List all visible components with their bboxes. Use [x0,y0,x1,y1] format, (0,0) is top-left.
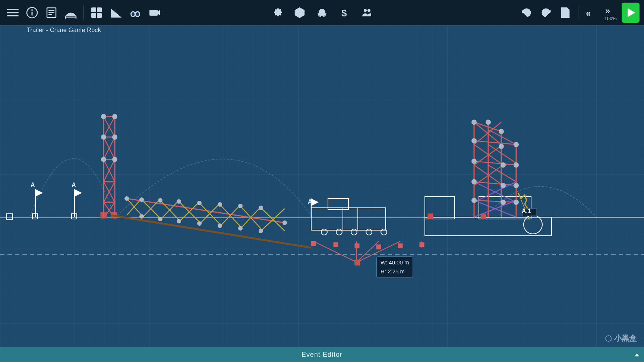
svg-line-155 [474,200,516,217]
svg-line-61 [104,159,115,182]
svg-point-33 [319,16,321,17]
zoom-back-icon[interactable]: « [583,4,599,21]
hamburger-menu-icon[interactable] [4,4,21,21]
svg-point-93 [158,198,162,203]
svg-line-89 [261,208,285,231]
svg-rect-107 [311,208,386,230]
svg-line-82 [179,202,199,222]
svg-rect-117 [334,242,338,247]
svg-point-156 [471,120,477,125]
svg-point-165 [471,179,477,184]
undo-icon[interactable] [518,4,535,21]
svg-point-21 [132,12,135,16]
play-button[interactable] [622,3,640,23]
svg-line-86 [220,205,240,226]
flag-label-3: A [308,199,312,205]
people-icon[interactable] [359,4,375,21]
flag-label-1: A [31,182,35,188]
svg-line-62 [104,159,115,182]
binoculars-icon[interactable] [127,4,143,21]
svg-point-5 [31,9,33,11]
svg-point-99 [282,220,287,225]
svg-marker-178 [311,199,319,206]
svg-rect-13 [92,8,96,12]
svg-line-66 [104,202,115,218]
svg-line-149 [474,165,503,185]
collapse-button[interactable] [632,350,642,360]
svg-point-113 [351,229,357,235]
svg-point-100 [139,214,144,219]
svg-line-140 [474,161,516,165]
svg-rect-119 [376,245,381,249]
svg-line-143 [474,122,501,145]
svg-rect-24 [149,10,158,16]
svg-point-162 [471,159,477,164]
svg-rect-179 [32,214,38,219]
svg-line-60 [104,137,115,159]
svg-point-166 [501,183,506,188]
svg-line-87 [240,206,261,229]
svg-rect-49 [111,212,117,218]
svg-rect-116 [311,241,316,246]
settings-icon[interactable] [269,4,285,21]
redo-icon[interactable] [538,4,554,21]
info-icon[interactable] [24,4,40,21]
svg-marker-42 [628,8,635,17]
zoom-forward-icon[interactable]: » [602,4,619,16]
zoom-level: 100% [602,16,619,21]
svg-rect-129 [425,197,455,219]
svg-line-148 [488,145,516,163]
toolbar-left-group [4,4,163,21]
svg-point-36 [364,9,367,12]
svg-point-68 [112,114,117,119]
svg-point-104 [218,223,222,228]
triangle-measure-icon[interactable] [108,4,124,21]
svg-rect-120 [398,244,402,248]
svg-line-57 [104,117,115,137]
svg-line-145 [488,130,516,145]
svg-point-37 [367,9,370,12]
svg-line-142 [474,200,516,202]
document-list-icon[interactable] [43,4,60,21]
svg-line-153 [474,182,516,202]
toolbar-right-group: « » 100% [518,3,640,23]
watermark-text: 小黑盒 [614,333,637,343]
svg-rect-46 [0,217,644,218]
svg-point-101 [158,217,162,221]
svg-point-160 [499,144,504,149]
svg-point-70 [112,134,117,140]
svg-line-139 [474,141,516,145]
svg-line-65 [104,202,115,218]
svg-point-34 [324,16,325,17]
svg-line-152 [474,182,516,202]
svg-rect-108 [328,199,348,210]
svg-rect-16 [97,13,101,18]
grid-icon[interactable] [88,4,105,21]
svg-line-154 [474,200,516,217]
camera-icon[interactable] [146,4,163,21]
svg-point-71 [101,157,106,162]
bridge-arch-icon[interactable] [63,4,79,21]
money-icon[interactable]: $ [336,4,353,21]
svg-line-58 [104,117,115,137]
svg-point-69 [101,134,106,140]
svg-point-159 [471,138,477,143]
svg-point-91 [124,196,129,201]
cube-icon[interactable] [291,4,308,21]
svg-text:$: $ [341,7,347,19]
new-document-icon[interactable] [557,4,574,21]
vehicle-icon[interactable] [314,4,330,21]
toolbar-divider-2 [578,5,578,20]
svg-line-90 [261,209,285,231]
measurement-box: W: 40.00 m H: 2.25 m [376,256,413,278]
svg-line-124 [357,241,379,262]
svg-point-161 [514,142,519,147]
svg-rect-2 [7,15,19,16]
svg-rect-47 [7,214,13,220]
svg-rect-121 [420,242,424,247]
svg-point-96 [218,202,222,207]
svg-line-74 [127,199,285,223]
svg-point-164 [514,162,519,168]
svg-point-103 [197,221,202,226]
svg-rect-30 [318,13,326,14]
